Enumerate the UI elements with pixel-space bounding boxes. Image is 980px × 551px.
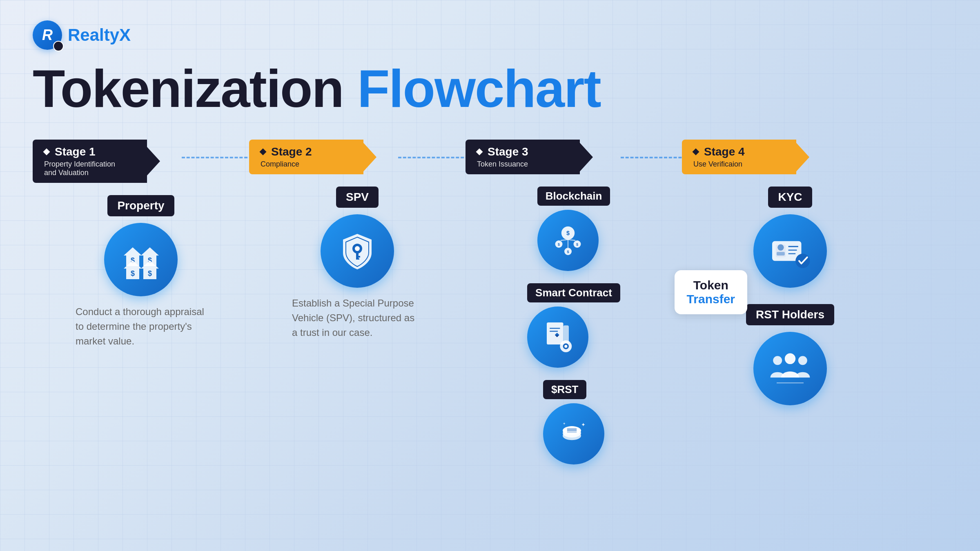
svg-marker-3 [141,247,159,256]
rst-holders-item: RST Holders [746,304,834,413]
property-label: Property [107,195,174,216]
stage4-title: Stage 4 [693,145,785,158]
stage3-badge-main: Stage 3 Token Issuance [466,140,580,174]
logo-icon: R [33,20,62,50]
svg-point-55 [798,356,807,365]
stage3-badge: Stage 3 Token Issuance [466,140,593,174]
blockchain-label: Blockchain [537,187,610,206]
blockchain-icon: $ $ $ $ [537,210,599,271]
stage3-arrow [580,143,593,171]
stage4-subtitle: Use Verificaion [693,160,785,169]
svg-point-52 [795,254,810,268]
svg-point-13 [355,246,360,251]
svg-line-19 [561,240,568,240]
svg-text:$: $ [558,242,560,247]
logo-letter: R [42,27,53,44]
spv-label: SPV [336,187,379,208]
svg-text:✦: ✦ [563,422,566,426]
stage1-badge-main: Stage 1 Property Identificationand Valua… [33,140,147,183]
rst-holders-label: RST Holders [746,304,834,325]
rst-holders-icon [753,332,827,405]
svg-text:$: $ [148,269,152,278]
svg-line-20 [568,240,575,240]
property-icon: $ $ $ [104,223,178,296]
rst-label: $RST [543,380,586,399]
stage1-badge: Stage 1 Property Identificationand Valua… [33,140,160,183]
stage2-badge-main: Stage 2 Compliance [249,140,363,174]
logo-text: RealtyX [68,25,131,45]
flowchart: Stage 1 Property Identificationand Valua… [33,140,947,477]
token-transfer-line2: Transfer [687,292,735,306]
smart-contract-label: Smart Contract [527,283,620,302]
svg-rect-28 [547,322,564,344]
stage2-title: Stage 2 [261,145,352,158]
svg-rect-48 [777,252,785,256]
rst-icon: ✦ ✦ [543,403,604,464]
token-transfer-line1: Token [687,278,735,292]
svg-text:$: $ [567,250,569,254]
kyc-item: KYC [753,187,827,296]
rst-item: $RST ✦ ✦ [543,380,604,473]
spv-icon [321,214,394,288]
stage1-column: Stage 1 Property Identificationand Valua… [33,140,249,349]
stage1-description: Conduct a thorough appraisal to determin… [67,304,214,349]
svg-point-53 [773,356,782,365]
blockchain-item: Blockchain $ $ [537,187,610,279]
stage1-diamond [43,149,50,156]
stage2-subtitle: Compliance [261,160,352,169]
svg-text:✦: ✦ [581,422,586,428]
kyc-icon [753,214,827,288]
stage4-badge-main: Stage 4 Use Verificaion [682,140,796,174]
svg-point-47 [777,244,784,251]
token-transfer-box: Token Transfer [675,270,747,314]
stage1-arrow [147,147,160,176]
smart-contract-icon [527,307,588,368]
stage2-diamond [260,149,267,156]
stage2-column: Stage 2 Compliance SPV [249,140,466,340]
stage2-badge: Stage 2 Compliance [249,140,376,174]
svg-text:$: $ [566,230,570,236]
stage3-diamond [476,149,483,156]
svg-rect-16 [356,258,359,260]
stage2-arrow [363,143,376,171]
smart-contract-item: Smart Contract [527,283,620,376]
logo-area: R RealtyX [33,20,947,50]
stage4-diamond [693,149,699,156]
stage1-subtitle: Property Identificationand Valuation [44,160,136,177]
svg-point-54 [785,353,795,364]
stage4-badge: Stage 4 Use Verificaion [682,140,809,174]
stage1-title: Stage 1 [44,145,136,158]
svg-point-36 [564,345,567,348]
stage3-subtitle: Token Issuance [477,160,568,169]
svg-marker-0 [124,247,142,256]
stage3-title: Stage 3 [477,145,568,158]
svg-text:$: $ [131,269,135,278]
svg-rect-15 [356,256,360,258]
page: R RealtyX Tokenization Flowchart Stage 1… [0,0,980,551]
svg-text:$: $ [576,242,578,247]
kyc-label: KYC [768,187,812,208]
stage2-description: Establish a Special Purpose Vehicle (SPV… [284,296,431,340]
stage4-arrow [796,143,809,171]
stage3-column: Stage 3 Token Issuance Blockchain $ [466,140,682,477]
page-title: Tokenization Flowchart [33,62,947,115]
